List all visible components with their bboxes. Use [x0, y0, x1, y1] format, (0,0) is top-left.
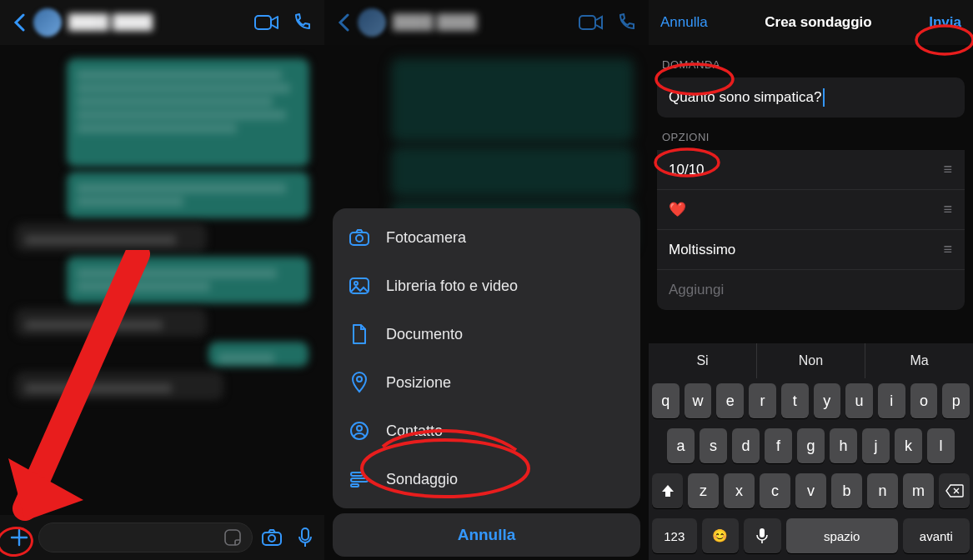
voice-call-icon[interactable] — [284, 5, 319, 40]
message-input[interactable] — [38, 522, 253, 552]
sheet-library[interactable]: Libreria foto e video — [333, 262, 640, 310]
keyboard-row: q w e r t y u i o p — [649, 378, 973, 423]
key[interactable]: j — [862, 428, 890, 463]
svg-point-3 — [268, 535, 275, 542]
key[interactable]: b — [831, 473, 862, 508]
sheet-contact[interactable]: Contatto — [333, 407, 640, 455]
video-call-icon[interactable] — [574, 5, 609, 40]
question-label: DOMANDA — [649, 45, 973, 78]
chat-header: ████ ████ — [324, 0, 649, 45]
question-input[interactable]: Quanto sono simpatica? — [657, 78, 965, 118]
cancel-button[interactable]: Annulla — [660, 14, 708, 31]
key[interactable]: n — [867, 473, 898, 508]
return-key[interactable]: avanti — [903, 518, 970, 553]
video-call-icon[interactable] — [249, 5, 284, 40]
back-button[interactable] — [5, 8, 33, 37]
chat-messages[interactable] — [0, 45, 324, 515]
svg-rect-1 — [225, 530, 240, 545]
label: Libreria foto e video — [386, 278, 518, 295]
create-poll-body[interactable]: DOMANDA Quanto sono simpatica? OPZIONI 1… — [649, 45, 973, 343]
svg-point-7 — [356, 235, 363, 242]
sheet-camera[interactable]: Fotocamera — [333, 213, 640, 262]
numbers-key[interactable]: 123 — [652, 518, 697, 553]
option-row[interactable]: Moltissimo ≡ — [657, 230, 965, 270]
key[interactable]: x — [724, 473, 755, 508]
key[interactable]: f — [765, 428, 792, 463]
suggestion[interactable]: Ma — [865, 343, 973, 378]
image-icon — [348, 274, 371, 298]
poll-icon — [348, 468, 371, 491]
mic-icon[interactable] — [291, 523, 319, 552]
option-row[interactable]: ❤️ ≡ — [657, 190, 965, 230]
key[interactable]: k — [895, 428, 922, 463]
keyboard-row: a s d f g h j k l — [649, 423, 973, 468]
back-button[interactable] — [329, 8, 358, 37]
sticker-icon[interactable] — [223, 528, 242, 547]
camera-icon[interactable] — [258, 523, 286, 552]
drag-handle-icon[interactable]: ≡ — [943, 241, 953, 258]
key[interactable]: v — [795, 473, 826, 508]
svg-point-9 — [354, 282, 358, 285]
key[interactable]: q — [652, 383, 680, 418]
key[interactable]: c — [760, 473, 790, 508]
key[interactable]: r — [749, 383, 776, 418]
svg-rect-17 — [760, 528, 765, 538]
sheet-cancel-button[interactable]: Annulla — [333, 513, 640, 557]
key[interactable]: u — [845, 383, 873, 418]
suggestion[interactable]: Non — [757, 343, 865, 378]
key[interactable]: e — [716, 383, 744, 418]
panel-chat: ████ ████ — [0, 0, 324, 560]
sheet-document[interactable]: Documento — [333, 310, 640, 358]
key[interactable]: a — [667, 428, 695, 463]
keyboard-row: z x c v b n m — [649, 468, 973, 513]
svg-rect-5 — [579, 16, 595, 29]
key[interactable]: i — [878, 383, 905, 418]
key[interactable]: s — [700, 428, 727, 463]
voice-call-icon[interactable] — [609, 5, 644, 40]
key[interactable]: h — [830, 428, 857, 463]
keyboard-suggestions: Si Non Ma — [649, 343, 973, 378]
contact-icon — [348, 419, 371, 442]
svg-point-10 — [357, 377, 362, 382]
key[interactable]: m — [903, 473, 934, 508]
suggestion[interactable]: Si — [649, 343, 757, 378]
key[interactable]: p — [942, 383, 970, 418]
panel-attachment-sheet: ████ ████ Fotocamera Libreria foto e vid… — [324, 0, 649, 560]
label: Documento — [386, 326, 463, 343]
drag-handle-icon[interactable]: ≡ — [943, 201, 953, 218]
label: Fotocamera — [386, 229, 466, 247]
chat-input-bar — [0, 515, 324, 560]
backspace-key[interactable] — [939, 473, 970, 508]
key[interactable]: o — [910, 383, 938, 418]
key[interactable]: t — [781, 383, 809, 418]
page-title: Crea sondaggio — [765, 14, 871, 31]
option-add[interactable]: Aggiungi — [657, 270, 965, 310]
avatar — [358, 8, 386, 37]
key[interactable]: w — [685, 383, 712, 418]
document-icon — [348, 322, 371, 346]
send-button[interactable]: Invia — [929, 14, 961, 31]
key[interactable]: g — [797, 428, 825, 463]
svg-rect-13 — [351, 472, 363, 476]
options-label: OPZIONI — [649, 118, 973, 150]
create-poll-header: Annulla Crea sondaggio Invia — [649, 0, 973, 45]
sheet-location[interactable]: Posizione — [333, 358, 640, 407]
drag-handle-icon[interactable]: ≡ — [943, 161, 953, 178]
space-key[interactable]: spazio — [786, 518, 898, 553]
mic-key[interactable] — [744, 518, 781, 553]
key[interactable]: z — [688, 473, 719, 508]
sheet-poll[interactable]: Sondaggio — [333, 455, 640, 503]
plus-icon[interactable] — [5, 523, 33, 552]
svg-rect-0 — [255, 16, 271, 29]
shift-key[interactable] — [652, 473, 683, 508]
avatar[interactable] — [33, 8, 62, 37]
key[interactable]: l — [927, 428, 955, 463]
emoji-key[interactable]: 😊 — [702, 518, 740, 553]
camera-icon — [348, 226, 371, 249]
option-row[interactable]: 10/10 ≡ — [657, 150, 965, 190]
keyboard-row: 123 😊 spazio avanti — [649, 513, 973, 558]
contact-name[interactable]: ████ ████ — [68, 14, 159, 31]
key[interactable]: y — [814, 383, 841, 418]
label: Posizione — [386, 374, 451, 392]
key[interactable]: d — [732, 428, 760, 463]
